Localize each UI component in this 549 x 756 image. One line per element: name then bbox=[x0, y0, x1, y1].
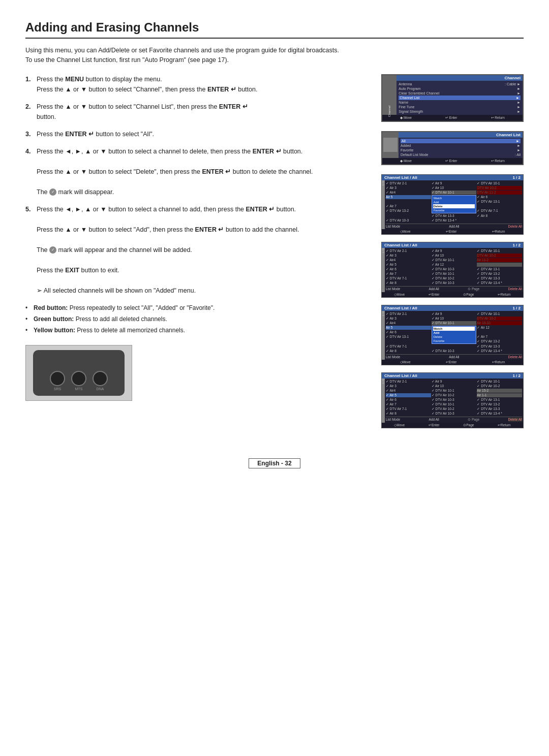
step-1: 1. Press the MENU button to display the … bbox=[25, 74, 371, 94]
remote-image-area: SRS MTS DNA bbox=[25, 345, 371, 401]
note-yellow: • Yellow button: Press to delete all mem… bbox=[25, 325, 371, 335]
page-title: Adding and Erasing Channels bbox=[25, 20, 524, 39]
channel-menu-screen: Channel Channel Antenna: Cable ► Auto Pr… bbox=[381, 74, 524, 122]
steps-column: 1. Press the MENU button to display the … bbox=[25, 74, 371, 428]
channel-list-menu-screen: Channel List All► Added► Favorite► Defau… bbox=[381, 131, 524, 165]
step-2: 2. Press the ▲ or ▼ button to select "Ch… bbox=[25, 102, 371, 122]
note-red: • Red button: Press repeatedly to select… bbox=[25, 303, 371, 313]
notes-section: • Red button: Press repeatedly to select… bbox=[25, 303, 371, 336]
check-mark-icon: ✓ bbox=[49, 188, 56, 196]
step-4: 4. Press the ◄, ►, ▲ or ▼ button to sele… bbox=[25, 146, 371, 197]
step-5: 5. Press the ◄, ►, ▲ or ▼ button to sele… bbox=[25, 204, 371, 296]
check-mark-icon-2: ✓ bbox=[49, 246, 56, 254]
page-footer: English - 32 bbox=[249, 458, 300, 468]
step-3: 3. Press the ENTER ↵ button to select "A… bbox=[25, 129, 371, 139]
channel-list-all-screen-3: Channel List / All1 / 2 Air 5 ✓ DTV Air … bbox=[381, 305, 524, 365]
screens-column: Channel Channel Antenna: Cable ► Auto Pr… bbox=[381, 74, 524, 428]
channel-list-all-screen-1: Channel List / All1 / 2 Air 5 ✓ DTV Air … bbox=[381, 174, 524, 235]
channel-list-all-screen-4: Channel List / All1 / 2 Air 5 ✓ DTV Air … bbox=[381, 372, 524, 428]
note-green: • Green button: Press to add all deleted… bbox=[25, 314, 371, 324]
channel-list-all-screen-2: Channel List / All1 / 2 Air 5 ✓ DTV Air … bbox=[381, 242, 524, 298]
intro-text: Using this menu, you can Add/Delete or s… bbox=[25, 46, 524, 65]
